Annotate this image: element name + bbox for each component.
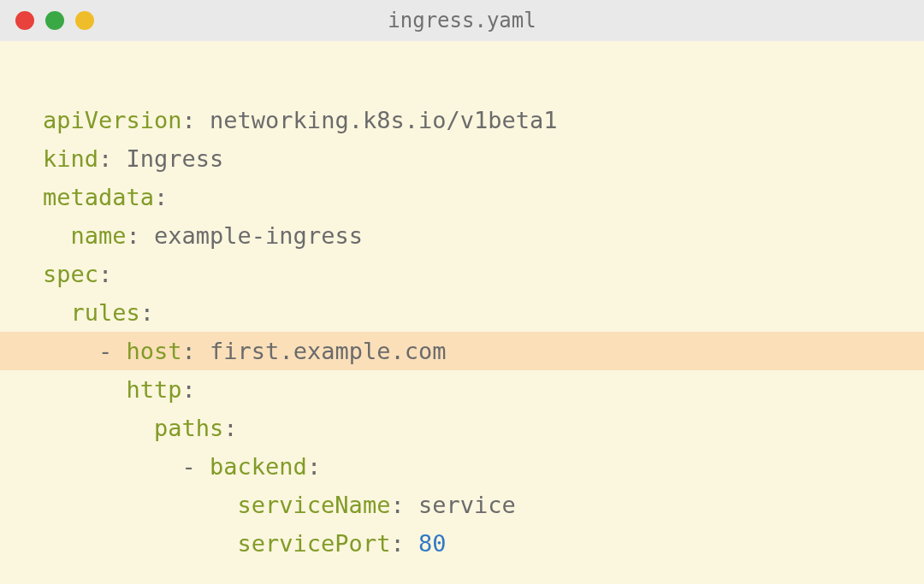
- yaml-colon: :: [140, 293, 154, 332]
- indent: [43, 524, 238, 563]
- yaml-value: networking.k8s.io/v1beta1: [196, 101, 558, 139]
- yaml-colon: :: [182, 370, 196, 409]
- code-editor[interactable]: apiVersion: networking.k8s.io/v1beta1kin…: [0, 41, 924, 563]
- yaml-colon: :: [223, 409, 237, 447]
- yaml-key: paths: [154, 409, 223, 447]
- yaml-dash: -: [182, 447, 210, 486]
- yaml-colon: :: [390, 486, 404, 524]
- yaml-key: spec: [43, 255, 98, 293]
- code-line[interactable]: paths:: [0, 409, 924, 447]
- code-line[interactable]: serviceName: service: [0, 486, 924, 524]
- yaml-key: kind: [43, 139, 98, 178]
- yaml-colon: :: [98, 255, 112, 293]
- yaml-key: name: [71, 216, 127, 255]
- yaml-dash: -: [98, 332, 127, 370]
- code-line[interactable]: servicePort: 80: [0, 524, 924, 563]
- yaml-colon: :: [307, 447, 321, 486]
- indent: [43, 370, 127, 409]
- yaml-colon: :: [182, 332, 196, 370]
- code-line[interactable]: http:: [0, 370, 924, 409]
- yaml-key: servicePort: [238, 524, 391, 563]
- yaml-key: backend: [210, 447, 307, 486]
- yaml-colon: :: [390, 524, 404, 563]
- code-line[interactable]: spec:: [0, 255, 924, 293]
- code-line[interactable]: metadata:: [0, 178, 924, 216]
- yaml-value: example-ingress: [140, 216, 363, 255]
- code-line[interactable]: - host: first.example.com: [0, 332, 924, 370]
- yaml-value: first.example.com: [196, 332, 447, 370]
- window-title: ingress.yaml: [388, 9, 536, 32]
- indent: [43, 409, 154, 447]
- yaml-colon: :: [127, 216, 140, 255]
- traffic-lights: [0, 11, 94, 30]
- yaml-key: http: [127, 370, 182, 409]
- code-line[interactable]: rules:: [0, 293, 924, 332]
- code-line[interactable]: apiVersion: networking.k8s.io/v1beta1: [0, 101, 924, 139]
- yaml-key: host: [127, 332, 182, 370]
- indent: [43, 332, 98, 370]
- indent: [43, 293, 71, 332]
- yaml-value: Ingress: [112, 139, 223, 178]
- yaml-key: serviceName: [238, 486, 391, 524]
- yaml-number: 80: [418, 524, 447, 563]
- code-line[interactable]: kind: Ingress: [0, 139, 924, 178]
- code-line[interactable]: name: example-ingress: [0, 216, 924, 255]
- yaml-value: service: [405, 486, 516, 524]
- maximize-button[interactable]: [75, 11, 94, 30]
- yaml-colon: :: [154, 178, 168, 216]
- indent: [43, 216, 71, 255]
- code-line[interactable]: - backend:: [0, 447, 924, 486]
- yaml-key: rules: [71, 293, 140, 332]
- minimize-button[interactable]: [45, 11, 64, 30]
- yaml-colon: :: [98, 139, 112, 178]
- yaml-colon: :: [182, 101, 196, 139]
- yaml-key: metadata: [43, 178, 154, 216]
- yaml-key: apiVersion: [43, 101, 182, 139]
- window-titlebar: ingress.yaml: [0, 0, 924, 41]
- indent: [43, 486, 238, 524]
- indent: [43, 447, 182, 486]
- close-button[interactable]: [15, 11, 34, 30]
